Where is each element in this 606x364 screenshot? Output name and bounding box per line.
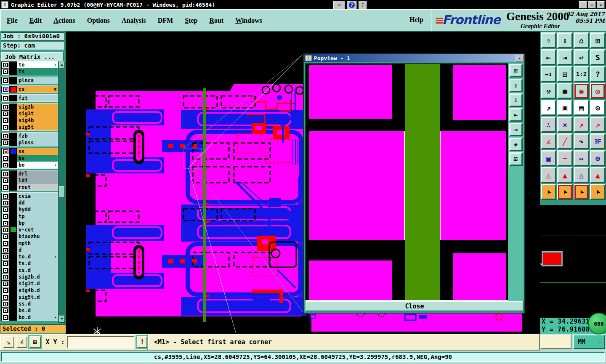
layer-color-swatch[interactable]: [11, 221, 16, 226]
grid-capture-button[interactable]: ⊞: [29, 336, 41, 348]
layer-color-swatch[interactable]: [11, 185, 16, 190]
layer-color-swatch[interactable]: [11, 104, 16, 109]
units-dropdown[interactable]: MM ▭: [573, 335, 605, 349]
popview-title-bar[interactable]: X Popview - 1 ✕: [304, 54, 524, 62]
layer-visibility-checkbox[interactable]: [2, 124, 9, 130]
pad-select-button[interactable]: ⊙: [590, 100, 606, 116]
layer-color-swatch[interactable]: [11, 171, 16, 176]
layer-name-cs[interactable]: cs⊞: [17, 86, 58, 93]
pan-left-button[interactable]: ⇤: [541, 49, 556, 65]
slant-mode-button[interactable]: ╱: [557, 133, 573, 149]
pan-right-button[interactable]: ⇥: [557, 49, 573, 65]
edit-feature-button[interactable]: ▣: [557, 100, 573, 116]
layer-color-swatch[interactable]: [11, 234, 16, 239]
layer-name-sig4b[interactable]: sig4b: [17, 117, 58, 124]
layer-visibility-checkbox[interactable]: [2, 184, 9, 191]
popview-pan-right-button[interactable]: ⇥: [509, 123, 523, 136]
layer-visibility-checkbox[interactable]: [2, 178, 9, 184]
layer-visibility-checkbox[interactable]: [2, 207, 9, 213]
angle-mode-button[interactable]: ∠: [541, 133, 556, 149]
layer-name-hydd[interactable]: hydd: [17, 206, 58, 213]
layer-name-sig5t.d[interactable]: sig5t.d: [17, 294, 58, 300]
layer-visibility-checkbox[interactable]: [2, 77, 9, 84]
layer-name-sig2b.d[interactable]: sig2b.d: [17, 274, 58, 280]
menu-rout[interactable]: Rout: [203, 17, 229, 24]
select-polygon-button[interactable]: ➤: [574, 184, 589, 200]
menu-options[interactable]: Options: [81, 17, 116, 24]
angle-measure-button[interactable]: ∠: [16, 336, 28, 348]
copy-to-layer-button[interactable]: ⇗: [590, 117, 606, 133]
restore-button[interactable]: ▭: [588, 1, 596, 8]
add-polyline-button[interactable]: ∴: [541, 117, 556, 133]
menu-analysis[interactable]: Analysis: [116, 17, 152, 24]
layer-visibility-checkbox[interactable]: [2, 267, 9, 274]
layer-visibility-checkbox[interactable]: [2, 95, 9, 101]
layer-visibility-checkbox[interactable]: [2, 294, 9, 300]
overview-viewport-rect[interactable]: [542, 251, 563, 266]
layer-color-swatch[interactable]: [11, 315, 16, 320]
layer-color-swatch[interactable]: [11, 254, 16, 259]
layer-name-ts.d[interactable]: ts.d: [17, 260, 58, 267]
layer-visibility-checkbox[interactable]: [2, 240, 9, 247]
layer-name-ss[interactable]: ss: [17, 148, 58, 155]
layer-color-swatch[interactable]: [11, 87, 16, 92]
move-feature-button[interactable]: ↗: [541, 100, 556, 116]
undo-view-button[interactable]: ↩: [574, 49, 589, 65]
layer-name-cs.d[interactable]: cs.d: [17, 267, 58, 274]
triangle-baseline-button[interactable]: ▲: [590, 167, 606, 183]
popview-viewport[interactable]: [305, 63, 509, 301]
layer-color-swatch[interactable]: [11, 261, 16, 266]
layer-color-swatch[interactable]: [11, 295, 16, 300]
layer-color-swatch[interactable]: [11, 281, 16, 286]
mirror-mode-button[interactable]: ƎF: [590, 133, 606, 149]
menu-help[interactable]: Help: [409, 16, 423, 24]
layer-name-cvia[interactable]: cvia: [17, 193, 58, 199]
layer-visibility-checkbox[interactable]: [2, 86, 9, 93]
popview-close-button[interactable]: Close: [306, 301, 524, 311]
layer-visibility-checkbox[interactable]: [2, 140, 9, 146]
layer-visibility-checkbox[interactable]: [2, 254, 9, 260]
scroll-down-icon[interactable]: ▼: [59, 316, 65, 322]
menu-step[interactable]: Step: [179, 17, 203, 24]
snap-grid-button[interactable]: ▦: [557, 83, 573, 99]
layer-visibility-checkbox[interactable]: [2, 213, 9, 220]
menu-actions[interactable]: Actions: [48, 17, 81, 24]
move-to-layer-button[interactable]: ↗: [574, 117, 589, 133]
menu-file[interactable]: File: [1, 17, 24, 24]
zoom-margins-button[interactable]: ↔↕: [541, 66, 556, 82]
layer-visibility-checkbox[interactable]: [2, 162, 9, 168]
layer-name-bs[interactable]: bs: [17, 155, 58, 162]
layer-name-bo[interactable]: bo➤: [17, 162, 58, 168]
layer-name-sig2b[interactable]: sig2b: [17, 104, 58, 110]
close-button[interactable]: ×: [597, 1, 605, 8]
layer-visibility-checkbox[interactable]: [2, 234, 9, 240]
layer-name-bp[interactable]: bp: [17, 220, 58, 226]
layer-name-plncs[interactable]: plncs: [17, 77, 58, 84]
layer-color-swatch[interactable]: [11, 125, 16, 130]
layer-visibility-checkbox[interactable]: [2, 260, 9, 267]
help-bubble-button[interactable]: ?: [347, 1, 357, 9]
layer-name-rout[interactable]: rout: [17, 184, 58, 191]
layer-color-swatch[interactable]: [11, 78, 16, 83]
priority-b-button[interactable]: ◎: [590, 83, 606, 99]
home-view-button[interactable]: ⌂: [574, 32, 589, 48]
window-xy-button[interactable]: ⊞: [590, 32, 606, 48]
triangle-resize-button[interactable]: △: [541, 167, 556, 183]
layer-visibility-checkbox[interactable]: [2, 193, 9, 199]
layer-color-swatch[interactable]: [11, 274, 16, 279]
layer-color-swatch[interactable]: [11, 241, 16, 246]
copy-feature-button[interactable]: ▣: [541, 150, 556, 166]
setup-tools-button[interactable]: ⚒: [541, 83, 556, 99]
popview-zoom-out-button[interactable]: ⇩: [509, 93, 523, 107]
ruler-measure-button[interactable]: ▤: [574, 100, 589, 116]
layer-visibility-checkbox[interactable]: [2, 117, 9, 124]
zoom-center-button[interactable]: ⊡: [557, 66, 573, 82]
layer-color-swatch[interactable]: [11, 62, 16, 67]
layer-visibility-checkbox[interactable]: [2, 227, 9, 233]
layer-color-swatch[interactable]: [11, 140, 16, 145]
popview-fit-view-button[interactable]: ◈: [509, 138, 523, 151]
layer-name-ldi[interactable]: ldi: [17, 177, 58, 184]
scroll-up-icon[interactable]: ▲: [59, 61, 65, 68]
layer-color-swatch[interactable]: [11, 96, 16, 101]
layer-visibility-checkbox[interactable]: [2, 301, 9, 307]
